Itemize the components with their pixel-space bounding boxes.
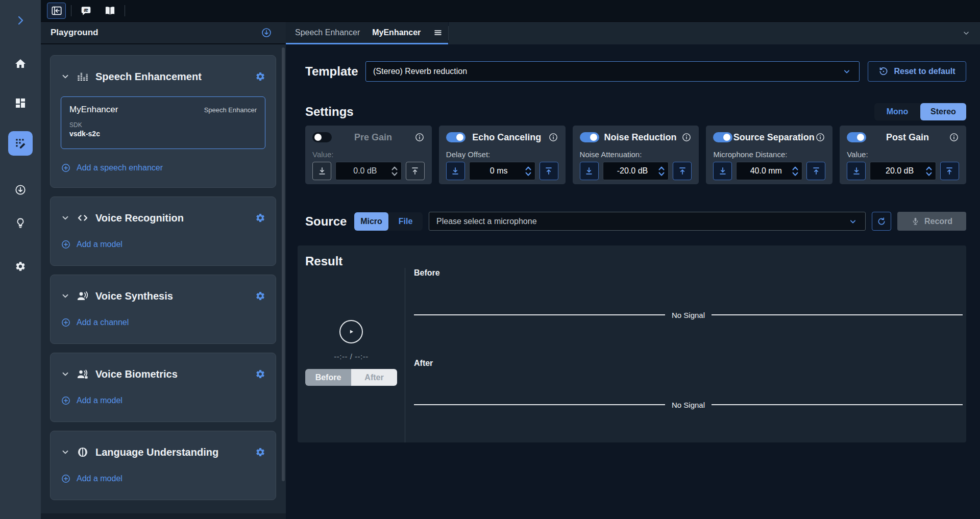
rail-item-home[interactable] [8,52,33,76]
source-separation-toggle[interactable] [713,132,732,142]
record-button[interactable]: Record [897,212,966,231]
add-speech-enhancer-link[interactable]: Add a speech enhancer [61,161,163,175]
info-icon[interactable] [414,132,425,142]
chevron-down-icon[interactable] [61,369,70,379]
value-stepper[interactable] [390,166,399,176]
sidebar-horizontal-scrollbar[interactable] [41,513,286,519]
chevron-down-icon [848,216,858,227]
echo-canceling-toggle[interactable] [446,132,465,142]
source-separation-value-input[interactable]: 40.0 mm [736,162,802,180]
load-default-value-button[interactable] [446,162,465,180]
post-gain-toggle[interactable] [847,132,866,142]
load-default-value-button[interactable] [847,162,866,180]
apply-value-button[interactable] [806,162,825,180]
chevron-down-icon[interactable] [61,448,70,457]
chevron-down-icon[interactable] [61,291,70,301]
rail-item-downloads[interactable] [8,178,33,202]
load-default-value-button[interactable] [312,162,331,180]
tab-name-label: MyEnhancer [372,28,421,37]
file-option[interactable]: File [388,212,423,231]
tabbar-empty-space [449,22,980,44]
info-icon[interactable] [681,132,692,142]
info-icon[interactable] [548,132,558,142]
add-model-link[interactable]: Add a model [61,238,122,251]
add-channel-link[interactable]: Add a channel [61,316,129,329]
play-button[interactable] [339,320,363,343]
settings-header: Settings Mono Stereo [305,103,966,121]
value-stepper[interactable] [524,166,532,176]
before-track-label: Before [414,268,963,278]
section-settings-gear-icon[interactable] [255,291,265,301]
section-settings-gear-icon[interactable] [255,447,265,457]
after-option[interactable]: After [351,369,397,386]
section-title: Voice Biometrics [95,368,249,380]
documentation-button[interactable] [101,3,119,19]
tab-menu-icon[interactable] [433,28,443,38]
voice-biometrics-icon [77,368,89,380]
refresh-devices-button[interactable] [872,212,891,231]
before-option[interactable]: Before [305,369,351,386]
info-icon[interactable] [949,132,959,142]
playground-panel-body: Speech Enhancement MyEnhancer Speech Enh… [41,44,286,519]
phonetics-chat-icon: æ [80,5,92,17]
load-default-value-button[interactable] [713,162,732,180]
info-icon[interactable] [815,132,825,142]
apply-value-button[interactable] [406,162,425,180]
microphone-select[interactable]: Please select a microphone [429,212,866,231]
rail-item-playground[interactable] [8,131,33,156]
chevron-down-icon[interactable] [61,213,70,223]
panel-title: Playground [51,28,99,38]
rail-item-ideas[interactable] [8,211,33,235]
rail-item-settings[interactable] [8,254,33,279]
template-select[interactable]: (Stereo) Reverb reduction [365,61,860,82]
collapse-sidebar-button[interactable] [47,3,66,19]
import-download-button[interactable] [261,27,272,38]
arrow-down-to-line-icon [584,166,594,176]
sidebar-section-language-understanding: Language Understanding Add a model [50,431,276,500]
phonetics-button[interactable]: æ [77,3,95,19]
setting-card-post-gain: Post Gain Value: 20.0 dB [840,126,966,184]
documentation-book-icon [104,5,116,17]
apply-value-button[interactable] [940,162,959,180]
pre-gain-toggle[interactable] [312,132,332,142]
reset-to-default-button[interactable]: Reset to default [868,61,966,82]
tab-list-chevron-down-icon[interactable] [962,29,970,37]
post-gain-value-input[interactable]: 20.0 dB [870,162,936,180]
expand-panel-icon[interactable] [14,14,27,27]
mono-option[interactable]: Mono [874,103,920,120]
section-settings-gear-icon[interactable] [255,213,265,223]
stereo-option[interactable]: Stereo [920,103,966,120]
value-stepper[interactable] [657,166,666,176]
arrow-up-from-line-icon [410,166,420,176]
micro-option[interactable]: Micro [354,212,388,231]
add-model-link[interactable]: Add a model [61,394,122,407]
pre-gain-value-input[interactable]: 0.0 dB [335,162,402,180]
apply-value-button[interactable] [673,162,692,180]
settings-cards-row: Pre Gain Value: 0.0 dB [305,126,966,184]
value-stepper[interactable] [925,166,933,176]
rail-item-dashboard[interactable] [8,91,33,115]
section-settings-gear-icon[interactable] [255,369,265,379]
home-icon [14,58,27,70]
add-model-link[interactable]: Add a model [61,472,122,485]
sidebar-section-voice-synthesis: Voice Synthesis Add a channel [50,275,276,344]
section-title: Voice Synthesis [95,290,249,302]
section-title: Language Understanding [95,447,249,458]
enhancer-item-card[interactable]: MyEnhancer Speech Enhancer SDK vsdk-s2c [61,96,265,149]
equalizer-icon [77,70,89,83]
enhancer-name: MyEnhancer [69,105,118,115]
echo-canceling-value-input[interactable]: 0 ms [469,162,535,180]
section-settings-gear-icon[interactable] [255,71,265,82]
apply-value-button[interactable] [540,162,558,180]
arrow-down-to-line-icon [718,166,728,176]
value-stepper[interactable] [791,166,799,176]
sidebar-scrollbar[interactable] [282,47,285,481]
channel-mode-toggle: Mono Stereo [874,103,966,120]
arrow-up-from-line-icon [811,166,821,176]
noise-reduction-toggle[interactable] [580,132,599,142]
noise-reduction-value-input[interactable]: -20.0 dB [603,162,669,180]
settings-title: Settings [305,105,354,119]
load-default-value-button[interactable] [580,162,599,180]
tab-speech-enhancer-myenhancer[interactable]: Speech Enhancer MyEnhancer [286,22,448,44]
chevron-down-icon[interactable] [61,72,70,81]
